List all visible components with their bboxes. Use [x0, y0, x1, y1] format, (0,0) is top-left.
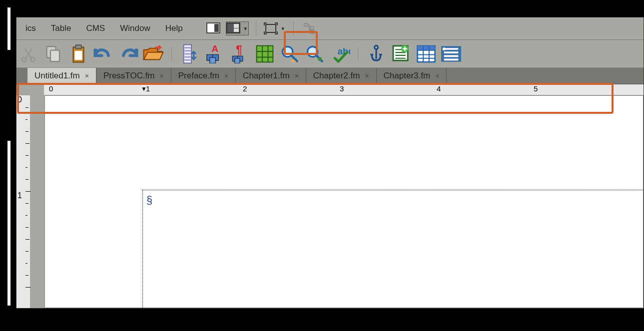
copy-button[interactable] — [42, 43, 64, 65]
menu-table[interactable]: Table — [44, 20, 78, 36]
undo-button[interactable] — [92, 43, 114, 65]
ruler-vertical[interactable]: 0 1 — [16, 95, 30, 308]
tab-chapter2[interactable]: Chapter2.fm × — [306, 68, 377, 84]
tab-label: Untitled1.fm — [34, 71, 80, 81]
svg-rect-32 — [235, 58, 240, 63]
tab-preface[interactable]: Preface.fm × — [171, 68, 236, 84]
find-next-button[interactable] — [304, 43, 326, 65]
paste-button[interactable] — [67, 43, 89, 65]
tab-chapter1[interactable]: Chapter1.fm × — [236, 68, 306, 84]
svg-text:¶: ¶ — [236, 44, 242, 56]
svg-rect-5 — [266, 24, 276, 32]
cut-button[interactable] — [17, 43, 39, 65]
chevron-down-icon: ▼ — [280, 26, 285, 31]
svg-rect-16 — [310, 30, 314, 33]
svg-rect-22 — [75, 45, 81, 49]
decoration-bar — [7, 141, 10, 306]
page-canvas[interactable]: § — [44, 95, 644, 308]
svg-point-18 — [30, 57, 35, 61]
svg-rect-23 — [75, 51, 82, 60]
spellcheck-button[interactable]: abc — [329, 43, 351, 65]
svg-rect-4 — [234, 28, 239, 32]
ruler-mark: 0 — [17, 95, 22, 104]
document-tabs: Untitled1.fm × PressTOC.fm × Preface.fm … — [16, 68, 644, 84]
ruler-horizontal[interactable]: 0 ▼ 1 2 3 4 5 — [44, 84, 644, 95]
svg-rect-20 — [50, 50, 59, 61]
paragraph-end-mark: § — [146, 194, 152, 207]
svg-rect-13 — [277, 31, 278, 34]
format-list-button[interactable] — [440, 43, 462, 65]
app-window: ics Table CMS Window Help ▼ ▼ — [16, 17, 644, 309]
menu-cms[interactable]: CMS — [79, 20, 112, 36]
workspace-buttons: ▼ ▼ — [205, 21, 319, 36]
divider — [358, 46, 358, 61]
gutter — [30, 95, 44, 308]
document-area: 0 ▼ 1 2 3 4 5 0 1 — [16, 84, 644, 308]
svg-rect-1 — [214, 24, 219, 32]
redo-button[interactable] — [117, 43, 139, 65]
close-icon[interactable]: × — [435, 72, 439, 80]
close-icon[interactable]: × — [85, 72, 89, 80]
tab-label: Chapter2.fm — [313, 71, 360, 81]
anchored-frame-button[interactable] — [365, 43, 387, 65]
decoration-bar — [7, 7, 10, 50]
close-icon[interactable]: × — [295, 72, 299, 80]
tab-label: Preface.fm — [178, 71, 219, 81]
svg-point-43 — [443, 47, 446, 50]
text-frame[interactable] — [142, 190, 643, 308]
svg-rect-9 — [277, 22, 278, 25]
svg-rect-3 — [234, 24, 239, 28]
ruler-mark: 0 — [49, 84, 53, 93]
close-icon[interactable]: × — [224, 72, 228, 80]
fit-window-icon[interactable]: ▼ — [263, 21, 286, 35]
chevron-down-icon: ▼ — [243, 26, 248, 31]
open-button[interactable] — [142, 43, 164, 65]
character-designer-button[interactable]: A — [204, 43, 226, 65]
find-button[interactable] — [279, 43, 301, 65]
divider — [293, 21, 294, 36]
tab-label: Chapter3.fm — [384, 71, 431, 81]
svg-rect-33 — [257, 45, 273, 62]
tree-view-icon[interactable] — [301, 21, 319, 35]
tab-presstoc[interactable]: PressTOC.fm × — [96, 68, 171, 84]
insert-object-button[interactable] — [390, 43, 412, 65]
screen-mode-icon[interactable] — [205, 21, 223, 35]
svg-rect-11 — [264, 31, 265, 34]
tab-untitled1[interactable]: Untitled1.fm × — [27, 68, 96, 84]
close-icon[interactable]: × — [160, 72, 164, 80]
insert-table-button[interactable] — [415, 43, 437, 65]
ruler-mark: 4 — [437, 84, 441, 93]
menu-help[interactable]: Help — [158, 20, 190, 36]
menu-window[interactable]: Window — [113, 20, 157, 36]
svg-rect-28 — [210, 57, 216, 63]
svg-point-37 — [374, 45, 378, 49]
ruler-mark: 1 — [146, 84, 150, 93]
menubar: ics Table CMS Window Help ▼ ▼ — [16, 17, 644, 40]
ruler-mark: 1 — [17, 191, 22, 200]
close-icon[interactable]: × — [365, 72, 369, 80]
tab-label: PressTOC.fm — [103, 71, 155, 81]
ruler-mark: 3 — [340, 84, 344, 93]
arrange-docs-icon[interactable]: ▼ — [226, 21, 249, 35]
ruler-mark: 5 — [534, 84, 538, 93]
paragraph-designer-button[interactable] — [179, 43, 201, 65]
svg-rect-7 — [264, 22, 265, 25]
ruler-mark: 2 — [243, 84, 247, 93]
menu-graphics[interactable]: ics — [18, 20, 43, 36]
divider — [171, 46, 172, 61]
paragraph-catalog-button[interactable]: ¶ — [229, 43, 251, 65]
tab-label: Chapter1.fm — [243, 71, 290, 81]
divider — [256, 21, 256, 36]
svg-point-17 — [22, 57, 26, 61]
svg-rect-14 — [304, 23, 308, 26]
svg-rect-15 — [310, 26, 314, 29]
toolbar: A ¶ abc — [16, 40, 644, 68]
tab-chapter3[interactable]: Chapter3.fm × — [377, 68, 447, 84]
svg-rect-41 — [417, 45, 435, 50]
table-designer-button[interactable] — [254, 43, 276, 65]
svg-text:A: A — [211, 44, 218, 54]
